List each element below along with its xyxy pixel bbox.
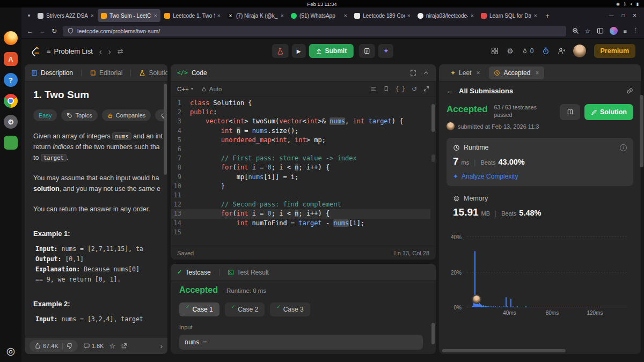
topics-pill[interactable]: Topics (61, 109, 97, 121)
forward-icon[interactable]: → (39, 27, 46, 35)
all-submissions-link[interactable]: All Submissions (459, 87, 513, 95)
share-icon[interactable] (121, 343, 127, 349)
runtime-card[interactable]: Runtime i 7 ms | Beats 43.00% ✦ Analyze … (447, 138, 633, 186)
maximize-button[interactable]: □ (622, 13, 625, 18)
description-scrollbar[interactable] (164, 84, 167, 175)
tab-description[interactable]: Description (31, 69, 73, 77)
layout-grid-icon[interactable] (491, 47, 499, 55)
help-dock-icon[interactable]: ? (4, 73, 18, 87)
url-bar[interactable]: leetcode.com/problems/two-sum/ (63, 26, 566, 36)
settings-gear-icon[interactable]: ⚙ (507, 47, 514, 55)
case-tab[interactable]: ✓Case 2 (225, 302, 265, 316)
reset-code-icon[interactable]: ↺ (412, 85, 417, 93)
notes-icon[interactable] (359, 44, 375, 58)
autocomplete-toggle[interactable]: Auto (201, 86, 222, 92)
case-tab[interactable]: ✓Case 3 (270, 302, 310, 316)
tab-editorial[interactable]: Editorial (90, 69, 122, 77)
like-button[interactable]: 67.4K (34, 343, 58, 349)
tab-close-icon[interactable]: × (217, 12, 221, 19)
hint-pill[interactable]: Hint (155, 109, 164, 121)
tab-close-icon[interactable]: × (534, 12, 537, 19)
memory-section[interactable]: Memory 15.91 MB | Beats 5.48% (447, 195, 633, 218)
solution-button[interactable]: Solution (584, 104, 633, 120)
analyze-complexity-link[interactable]: ✦ Analyze Complexity (453, 173, 627, 180)
editor-scrollbar[interactable] (431, 104, 435, 132)
favorite-star-icon[interactable]: ☆ (109, 342, 115, 350)
show-apps-icon[interactable]: ◎ (4, 344, 18, 358)
tab-close-icon[interactable]: × (407, 12, 411, 19)
tab-close-icon[interactable]: × (281, 12, 284, 19)
tab-list-button[interactable]: ▾ (24, 13, 34, 18)
code-editor[interactable]: 1class Solution {2public:3 vector<int> t… (171, 97, 430, 246)
streak-button[interactable]: 0 (522, 47, 534, 55)
tab-accepted[interactable]: Accepted × (489, 67, 544, 79)
settings-dock-icon[interactable]: ⚙ (4, 115, 18, 129)
menu-icon[interactable]: ≡ (624, 28, 627, 34)
zoom-icon[interactable] (572, 27, 579, 34)
browser-tab[interactable]: Leetcode 1. Two Su...× (161, 9, 224, 22)
prev-problem-icon[interactable]: ‹ (99, 47, 102, 56)
ai-sparkle-icon[interactable]: ✦ (378, 44, 393, 58)
browser-tab[interactable]: Two Sum - LeetCod...× (98, 9, 160, 22)
tab-close-icon[interactable]: × (344, 12, 347, 19)
close-tab-icon[interactable]: × (535, 69, 539, 77)
comments-button[interactable]: 1.8K (83, 343, 104, 349)
browser-tab[interactable]: Learn SQL for Data...× (478, 9, 540, 22)
browser-tab[interactable]: (51) WhatsApp× (288, 9, 350, 22)
tab-test-result[interactable]: Test Result (228, 269, 269, 276)
cursor-position[interactable]: Ln 13, Col 28 (394, 250, 429, 256)
debug-icon[interactable] (272, 44, 289, 58)
shuffle-icon[interactable]: ⇄ (118, 47, 123, 55)
browser-tab[interactable]: X(7) Niraja K (@k_nir...× (224, 9, 287, 22)
bookmark-icon[interactable] (383, 86, 389, 92)
timer-icon[interactable] (542, 47, 550, 55)
back-icon[interactable]: ← (27, 27, 33, 35)
maximize-editor-icon[interactable] (423, 86, 429, 92)
language-selector[interactable]: C++ ▾ (177, 86, 193, 92)
reload-icon[interactable]: ↻ (52, 27, 57, 35)
browser-tab[interactable]: Leetcode 189 Code...× (351, 9, 414, 22)
page-scrollbar[interactable] (640, 95, 643, 167)
braces-icon[interactable]: { } (396, 86, 405, 92)
bookmark-star-icon[interactable]: ☆ (585, 27, 591, 35)
orange-app-dock-icon[interactable]: A (4, 52, 18, 66)
sidebar-icon[interactable] (597, 27, 604, 34)
close-tab-icon[interactable]: × (476, 69, 480, 77)
firefox-dock-icon[interactable] (4, 31, 18, 45)
copy-link-icon[interactable] (626, 87, 633, 94)
browser-tab[interactable]: Strivers A2Z DSA C...× (34, 9, 97, 22)
expand-panel-chevron[interactable]: › (160, 342, 163, 350)
leetcode-logo[interactable] (30, 46, 40, 56)
browser-tab[interactable]: niraja03/leetcode-...× (414, 9, 477, 22)
case-tab[interactable]: ✓Case 1 (179, 302, 219, 316)
new-tab-button[interactable]: + (541, 12, 554, 20)
close-window-button[interactable]: × (633, 12, 636, 19)
chrome-dock-icon[interactable] (4, 94, 18, 108)
run-button[interactable]: ▶ (292, 44, 306, 58)
back-icon[interactable]: ← (447, 86, 454, 95)
format-code-icon[interactable] (370, 86, 377, 92)
system-clock[interactable]: Feb 13 11:34 (307, 1, 336, 7)
next-problem-icon[interactable]: › (108, 47, 111, 56)
green-app-dock-icon[interactable] (4, 136, 18, 150)
tab-leet[interactable]: ✦ Leet × (445, 67, 485, 79)
tab-solutions[interactable]: Solutions (139, 69, 167, 77)
submission-hscrollbar[interactable] (442, 349, 566, 352)
user-avatar[interactable] (573, 45, 586, 57)
tab-testcase[interactable]: ✓ Testcase (177, 269, 211, 276)
collapse-panel-icon[interactable] (423, 70, 429, 76)
testcase-scrollbar[interactable] (431, 323, 435, 344)
info-icon[interactable]: i (620, 144, 627, 151)
dislike-button[interactable] (67, 343, 73, 349)
more-options-icon[interactable]: ⋮ (633, 27, 639, 34)
tab-close-icon[interactable]: × (471, 12, 474, 19)
fullscreen-icon[interactable] (410, 70, 416, 76)
premium-button[interactable]: Premium (594, 44, 636, 58)
problem-list-button[interactable]: ≡ Problem List (47, 47, 93, 55)
browser-profile-avatar[interactable] (610, 27, 618, 35)
tab-close-icon[interactable]: × (154, 12, 157, 19)
add-user-icon[interactable] (558, 47, 565, 55)
submit-button[interactable]: Submit (309, 44, 354, 58)
tab-close-icon[interactable]: × (91, 12, 94, 19)
editorial-book-button[interactable] (560, 104, 580, 120)
